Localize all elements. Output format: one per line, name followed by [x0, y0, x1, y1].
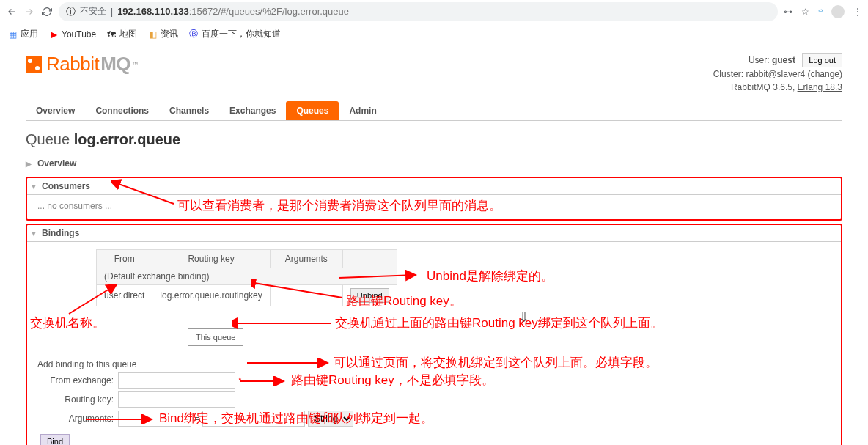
form-row-routing-key: Routing key: — [37, 391, 841, 408]
logout-button[interactable]: Log out — [802, 53, 842, 67]
menu-icon[interactable]: ⋮ — [853, 7, 862, 17]
bookmark-youtube[interactable]: ▶YouTube — [48, 29, 96, 40]
chevron-right-icon: ▶ — [26, 160, 33, 168]
annotation: 交换机通过上面的路由键Routing key绑定到这个队列上面。 — [335, 315, 663, 331]
bindings-box: ▼ Bindings From Routing key Arguments (D… — [26, 224, 842, 445]
user-block: User: guest Log out Cluster: rabbit@slav… — [713, 53, 842, 94]
tab-exchanges[interactable]: Exchanges — [219, 101, 286, 120]
chevron-down-icon: ▼ — [30, 183, 37, 191]
apps-icon[interactable]: ▦应用 — [7, 28, 38, 40]
annotation: 路由键Routing key，不是必填字段。 — [291, 372, 494, 389]
address-bar[interactable]: ⓘ 不安全 | 192.168.110.133:15672/#/queues/%… — [59, 2, 778, 21]
forward-icon[interactable] — [23, 6, 35, 18]
this-queue-box: This queue — [188, 328, 243, 346]
page-title: Queue log.error.queue — [26, 131, 842, 148]
info-icon: ⓘ — [66, 5, 76, 18]
annotation: 可以通过页面，将交换机绑定到这个队列上面。必填字段。 — [334, 354, 658, 371]
tab-connections[interactable]: Connections — [85, 101, 159, 120]
page-header: RabbitMQ™ User: guest Log out Cluster: r… — [26, 53, 842, 94]
nav-tabs: Overview Connections Channels Exchanges … — [26, 101, 842, 121]
section-bindings-header[interactable]: ▼ Bindings — [27, 225, 841, 242]
key-icon[interactable]: ⊶ — [784, 7, 792, 17]
from-exchange-input[interactable] — [118, 372, 235, 389]
routing-key-input[interactable] — [118, 391, 235, 408]
annotation: Bind绑定，交换机通过路由键和队列绑定到一起。 — [159, 410, 433, 427]
star-icon[interactable]: ☆ — [801, 7, 809, 17]
cell-from[interactable]: user.direct — [97, 285, 152, 306]
user-name: guest — [772, 55, 795, 65]
col-arguments: Arguments — [270, 250, 342, 268]
back-icon[interactable] — [6, 6, 18, 18]
chevron-down-icon: ▼ — [30, 229, 37, 238]
tab-queues[interactable]: Queues — [286, 101, 339, 120]
col-routing-key: Routing key — [152, 250, 270, 268]
section-consumers-header[interactable]: ▼ Consumers — [27, 178, 841, 195]
tab-admin[interactable]: Admin — [339, 101, 386, 120]
rabbitmq-logo: RabbitMQ™ — [26, 53, 138, 76]
annotation: 可以查看消费者，是那个消费者消费这个队列里面的消息。 — [177, 197, 501, 214]
no-consumers-text: ... no consumers ... — [37, 201, 112, 211]
cluster-name: rabbit@slaver4 — [746, 69, 805, 79]
annotation: Unbind是解除绑定的。 — [427, 268, 553, 284]
annotation: 路由键Routing key。 — [346, 293, 462, 309]
form-row-arguments: Arguments: = String — [37, 411, 841, 427]
tab-channels[interactable]: Channels — [159, 101, 219, 120]
browser-right-icons: ⊶ ☆ ༄ ⋮ — [784, 5, 862, 18]
bookmarks-bar: ▦应用 ▶YouTube 🗺地图 ◧资讯 Ⓑ百度一下，你就知道 — [0, 23, 868, 45]
erlang-link[interactable]: Erlang 18.3 — [798, 82, 842, 92]
cell-routing-key: log.error.queue.routingkey — [152, 285, 270, 306]
section-overview-header[interactable]: ▶ Overview — [26, 155, 842, 172]
profile-icon[interactable] — [831, 5, 845, 18]
default-binding-row: (Default exchange binding) — [97, 268, 397, 285]
bookmark-baidu[interactable]: Ⓑ百度一下，你就知道 — [188, 28, 281, 40]
version-text: RabbitMQ 3.6.5, — [731, 82, 795, 92]
consumers-box: ▼ Consumers ... no consumers ... 可以查看消费者… — [26, 177, 842, 221]
cluster-label: Cluster: — [713, 69, 743, 79]
logo-icon — [26, 56, 42, 73]
url-host: 192.168.110.133:15672/#/queues/%2F/log.e… — [117, 6, 349, 17]
change-link[interactable]: change — [811, 69, 839, 79]
reload-icon[interactable] — [41, 6, 53, 18]
tab-overview[interactable]: Overview — [26, 101, 85, 120]
bird-icon[interactable]: ༄ — [818, 7, 823, 17]
cell-arguments — [270, 285, 342, 306]
bookmark-maps[interactable]: 🗺地图 — [106, 28, 137, 40]
required-mark: * — [238, 375, 242, 386]
bookmark-news[interactable]: ◧资讯 — [147, 28, 178, 40]
browser-toolbar: ⓘ 不安全 | 192.168.110.133:15672/#/queues/%… — [0, 0, 868, 23]
insecure-label: 不安全 — [80, 5, 106, 18]
bind-button[interactable]: Bind — [40, 434, 70, 445]
annotation: 交换机名称。 — [30, 315, 105, 331]
col-from: From — [97, 250, 152, 268]
user-label: User: — [749, 55, 770, 65]
